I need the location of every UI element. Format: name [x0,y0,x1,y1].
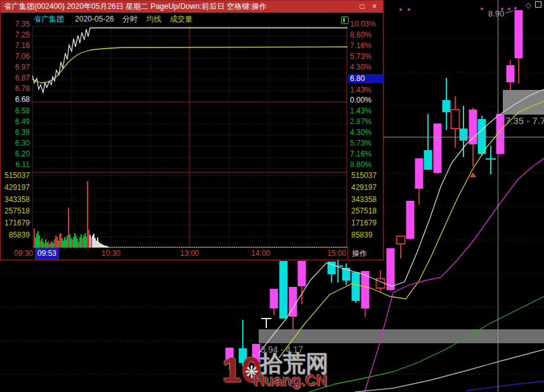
window-controls: □ × [354,1,377,13]
axis-label: 6.20 [2,150,30,158]
high-price-annotation: 8.90 [488,9,504,18]
axis-label: 6.97 [2,63,30,71]
axis-divider [347,248,348,260]
time-label: 13:00 [180,248,199,260]
axis-label: 429197 [351,184,382,191]
axis-label: 7.16% [350,150,383,158]
axis-label: 6.11 [2,161,30,168]
axis-label: 6.87 [2,74,30,82]
axis-label: 171679 [2,219,30,227]
axis-label: 7.16% [350,42,383,49]
close-button[interactable]: × [372,2,377,11]
chart-subtitle-bar: 省广集团 2020-05-26 分时 均线 成交量 [1,13,383,26]
ma-indicator-label: 均线 [146,15,161,23]
axis-label: 343358 [351,196,382,203]
axis-label: 6.39 [2,129,30,136]
axis-label: 85839 [351,231,382,239]
axis-label: 429197 [2,184,30,191]
window-titlebar[interactable]: 省广集团(002400) 2020年05月26日 星期二 PageUp/Down… [1,1,383,13]
ma-line-blue [466,381,544,391]
intraday-chart[interactable] [32,26,347,248]
window-icon[interactable] [535,1,541,8]
panel-toggle-icon[interactable] [341,16,349,24]
axis-label: 6.68 [2,96,30,103]
time-label: 09:30 [14,248,33,260]
axis-label: 7.35 [2,20,30,28]
corner-icons: ◇ [526,1,541,9]
axis-label: 4.30% [350,129,383,136]
axis-label: 6.49 [2,118,30,125]
current-price-tag: 6.80 [348,74,384,83]
axis-label: 5.73% [350,53,383,60]
time-cursor-label: 09:53 [35,248,59,260]
stock-name: 省广集团 [34,15,64,23]
axis-label: 8.60% [350,161,383,168]
volume-bars [34,181,347,248]
window-title: 省广集团(002400) 2020年05月26日 星期二 PageUp/Down… [1,2,267,11]
axis-label: 5.73% [350,139,383,147]
range-high-label: 7.35 - 7.75 [505,115,544,126]
axis-label: 7.06 [2,53,30,60]
axis-label: 6.30 [2,139,30,147]
axis-label: 6.58 [2,107,30,115]
time-label: 10:30 [101,248,120,260]
watermark-domain: Huang.CN [254,372,327,389]
ma-line-green [309,296,544,392]
axis-label: 8.60% [350,31,383,39]
app-root: 8.907.35 - 7.753.94 - 4.17 ◇ 10 ❋ 拾荒网 Hu… [0,0,544,392]
diamond-icon: ◇ [526,1,531,9]
intraday-gridlines [32,26,347,248]
axis-label: 257518 [351,207,382,215]
axis-label: 7.25 [2,31,30,39]
action-button[interactable]: 操作 [352,248,367,260]
axis-label: 343358 [2,196,30,203]
axis-label: 257518 [2,207,30,215]
axis-label: 515037 [2,172,30,179]
axis-label: 171679 [351,219,382,227]
volume-axis-right: 51503742919734335825751817167985839 [351,172,382,239]
time-axis: 操作 09:3009:5310:3013:0014:0015:00 [1,248,384,260]
axis-label: 10.03% [350,20,383,28]
volume-indicator-label: 成交量 [170,15,193,23]
price-axis-left: 7.357.257.167.066.976.876.786.686.586.49… [2,20,30,168]
minimize-button[interactable]: □ [359,2,364,11]
axis-label: 1.43% [350,86,383,94]
axis-label: 0.00% [350,96,383,104]
time-label: 15:00 [327,248,346,260]
intraday-window: 省广集团(002400) 2020年05月26日 星期二 PageUp/Down… [0,0,384,260]
axis-label: 6.78 [2,85,30,92]
axis-label: 515037 [351,172,382,179]
axis-label: 85839 [2,231,30,239]
chart-date: 2020-05-26 [75,15,113,23]
time-label: 14:00 [251,248,270,260]
percent-axis-right: 10.03%8.60%7.16%5.73%4.30%6.801.43%0.00%… [350,20,383,168]
view-mode-label: 分时 [122,15,138,23]
axis-label: 2.87% [350,118,383,125]
axis-label: 1.43% [350,107,383,115]
axis-label: 7.16 [2,42,30,49]
volume-axis-left: 51503742919734335825751817167985839 [2,172,30,239]
axis-label: 4.30% [350,63,383,71]
ma-line-gray [355,350,544,392]
